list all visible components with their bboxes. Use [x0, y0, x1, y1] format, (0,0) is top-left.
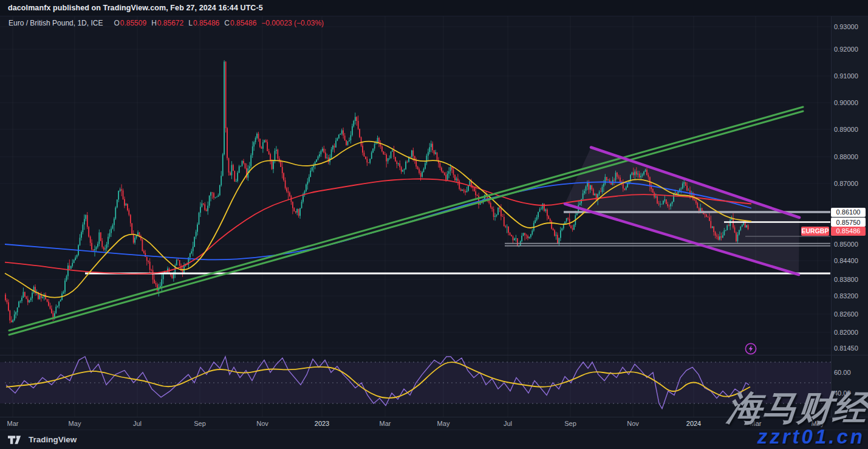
high-label: H: [151, 19, 157, 27]
rsi-pane[interactable]: [0, 357, 831, 409]
low-value: 0.85486: [193, 19, 219, 27]
time-tick-2024: 2024: [686, 420, 701, 427]
tradingview-published-chart: dacolmanfx published on TradingView.com,…: [0, 0, 868, 449]
time-tick-Nov: Nov: [256, 420, 268, 427]
price-tick-0.84400: 0.84400: [834, 256, 858, 265]
price-tick-0.89000: 0.89000: [834, 125, 858, 134]
ticker-badge: EURGBP: [801, 227, 829, 236]
price-tick-0.91000: 0.91000: [834, 72, 858, 80]
change-value: −0.00023 (−0.03%): [261, 19, 324, 27]
price-tick-60.00: 60.00: [834, 368, 851, 377]
price-tick-0.83800: 0.83800: [834, 275, 858, 284]
price-tick-0.92000: 0.92000: [834, 45, 858, 53]
time-tick-Nov: Nov: [627, 420, 639, 427]
open-label: O: [114, 19, 119, 27]
price-tick-0.87000: 0.87000: [834, 179, 858, 188]
price-tick-0.88000: 0.88000: [834, 153, 858, 161]
price-tick-0.82000: 0.82000: [834, 328, 858, 337]
time-tick-Jul: Jul: [504, 420, 512, 427]
watermark-url: zzrt01.cn: [757, 425, 865, 448]
time-tick-Sep: Sep: [564, 420, 576, 427]
price-tick-0.93000: 0.93000: [834, 22, 858, 31]
symbol-title: Euro / British Pound, 1D, ICE: [9, 19, 103, 27]
tradingview-logo-text: TradingView: [29, 435, 77, 444]
last-price-badge: 0.85486: [831, 227, 866, 236]
time-tick-Sep: Sep: [194, 420, 206, 427]
time-tick-May: May: [437, 420, 450, 427]
time-tick-Mar: Mar: [380, 420, 391, 427]
attribution-text: dacolmanfx published on TradingView.com,…: [8, 4, 263, 12]
chart-canvas[interactable]: [0, 0, 868, 449]
flash-icon[interactable]: [744, 342, 757, 355]
time-tick-2023: 2023: [315, 420, 329, 427]
time-tick-Jul: Jul: [133, 420, 142, 427]
symbol-legend[interactable]: Euro / British Pound, 1D, ICE O 0.85509 …: [9, 19, 324, 27]
price-tick-0.82600: 0.82600: [834, 310, 858, 318]
tradingview-logo-icon: [8, 435, 24, 445]
price-tick-0.83200: 0.83200: [834, 292, 858, 300]
main-pane[interactable]: [5, 60, 830, 335]
publish-attribution-bar: dacolmanfx published on TradingView.com,…: [0, 0, 868, 16]
low-label: L: [188, 19, 193, 27]
high-value: 0.85672: [157, 19, 183, 27]
time-tick-May: May: [69, 420, 81, 427]
close-label: C: [224, 19, 230, 27]
level-price-badge-0.86100: 0.86100: [831, 208, 866, 217]
price-tick-0.81450: 0.81450: [834, 344, 858, 352]
footer-bar: TradingView: [0, 430, 868, 449]
open-value: 0.85509: [120, 19, 146, 27]
time-tick-Mar: Mar: [7, 420, 19, 427]
price-tick-0.85000: 0.85000: [834, 240, 858, 248]
close-value: 0.85486: [230, 19, 256, 27]
level-price-badge-0.85750: 0.85750: [831, 218, 866, 227]
price-tick-0.90000: 0.90000: [834, 98, 858, 107]
lightning-bolt-icon: [749, 345, 753, 352]
tradingview-logo[interactable]: TradingView: [8, 435, 77, 445]
